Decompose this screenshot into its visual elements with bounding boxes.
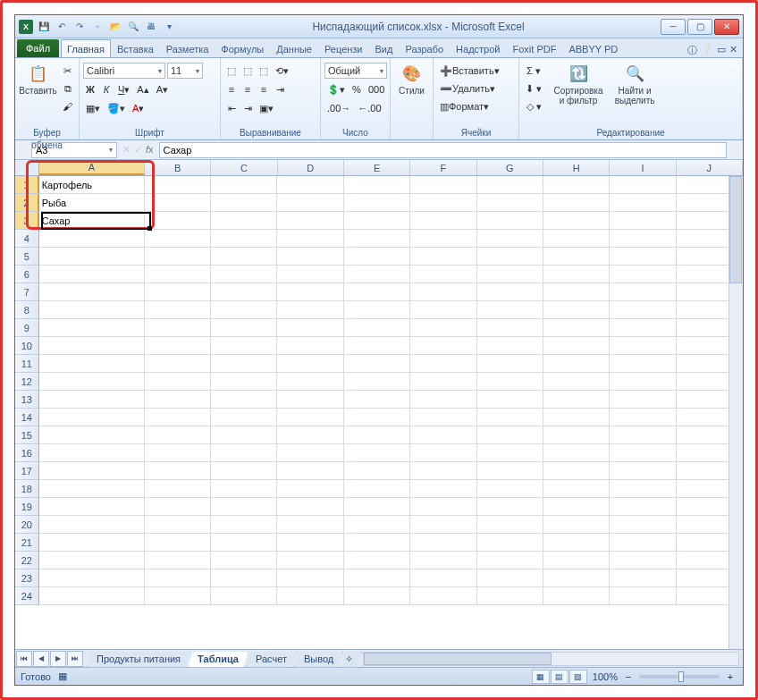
cell[interactable] xyxy=(145,480,211,498)
number-format-combo[interactable]: Общий▾ xyxy=(324,63,387,79)
cell[interactable] xyxy=(610,212,676,230)
cell[interactable] xyxy=(39,426,145,444)
cell[interactable] xyxy=(477,409,543,426)
cell[interactable] xyxy=(610,283,676,301)
fill-icon[interactable]: ⬇ ▾ xyxy=(523,80,544,97)
cell[interactable] xyxy=(145,176,211,194)
cell[interactable]: Рыба xyxy=(39,194,145,212)
cell[interactable] xyxy=(211,283,277,301)
cell[interactable] xyxy=(211,176,277,194)
paste-button[interactable]: 📋 Вставить xyxy=(19,60,57,96)
row-header[interactable]: 3 xyxy=(15,212,39,230)
cell[interactable] xyxy=(277,444,343,462)
maximize-button[interactable]: ▢ xyxy=(687,19,712,35)
percent-icon[interactable]: % xyxy=(350,81,364,97)
row-header[interactable]: 21 xyxy=(15,534,39,552)
cell[interactable] xyxy=(543,569,610,587)
cell[interactable] xyxy=(39,355,145,373)
cell[interactable] xyxy=(610,409,676,426)
minimize-ribbon-icon[interactable]: ⓘ xyxy=(687,44,697,57)
cell[interactable] xyxy=(211,266,277,283)
cell[interactable] xyxy=(543,337,610,355)
cell[interactable] xyxy=(211,462,277,480)
col-header-B[interactable]: B xyxy=(145,160,211,175)
zoom-slider[interactable] xyxy=(639,675,720,679)
cell[interactable] xyxy=(344,266,410,283)
styles-button[interactable]: 🎨 Стили xyxy=(394,60,429,96)
cell[interactable] xyxy=(410,373,476,391)
cell[interactable] xyxy=(543,516,610,534)
cell[interactable] xyxy=(344,444,410,462)
col-header-G[interactable]: G xyxy=(477,160,543,175)
cell[interactable] xyxy=(410,248,476,266)
font-color-button[interactable]: A▾ xyxy=(130,100,147,116)
col-header-A[interactable]: A xyxy=(39,160,145,175)
cell[interactable] xyxy=(477,373,543,391)
cell[interactable] xyxy=(477,426,543,444)
cell[interactable] xyxy=(543,355,610,373)
cell[interactable] xyxy=(211,230,277,248)
cell[interactable]: Сахар xyxy=(39,212,145,230)
row-header[interactable]: 7 xyxy=(15,283,39,301)
cell[interactable] xyxy=(211,534,277,552)
zoom-out-icon[interactable]: − xyxy=(621,669,636,685)
quick-print-icon[interactable]: 🖶 xyxy=(144,20,158,34)
decrease-decimal-icon[interactable]: ←.00 xyxy=(355,100,383,116)
cell[interactable] xyxy=(410,212,476,230)
sheet-nav-prev-icon[interactable]: ◀ xyxy=(33,651,49,667)
cell[interactable] xyxy=(211,301,277,319)
row-header[interactable]: 2 xyxy=(15,194,39,212)
row-header[interactable]: 12 xyxy=(15,373,39,391)
cell[interactable] xyxy=(344,212,410,230)
help-icon[interactable]: ❔ xyxy=(701,44,713,57)
cell[interactable] xyxy=(39,283,145,301)
mdi-min-icon[interactable]: ▭ xyxy=(717,44,726,57)
row-header[interactable]: 15 xyxy=(15,426,39,444)
cell[interactable] xyxy=(39,444,145,462)
cell[interactable] xyxy=(277,426,343,444)
new-icon[interactable]: ▫ xyxy=(90,20,105,34)
cell[interactable] xyxy=(145,444,211,462)
page-break-view-icon[interactable]: ▧ xyxy=(569,670,587,684)
cell[interactable] xyxy=(477,337,543,355)
col-header-H[interactable]: H xyxy=(543,160,610,175)
cell[interactable] xyxy=(145,301,211,319)
cell[interactable] xyxy=(543,230,610,248)
row-header[interactable]: 18 xyxy=(15,480,39,498)
cell[interactable] xyxy=(477,498,543,516)
tab-home[interactable]: Главная xyxy=(61,39,111,57)
format-painter-icon[interactable]: 🖌 xyxy=(60,98,75,114)
cell[interactable] xyxy=(543,409,610,426)
file-tab[interactable]: Файл xyxy=(17,39,59,57)
cell[interactable] xyxy=(39,462,145,480)
row-header[interactable]: 11 xyxy=(15,355,39,373)
worksheet-grid[interactable]: A B C D E F G H I J 1Картофель2Рыба3Саха… xyxy=(15,160,743,649)
cell[interactable] xyxy=(211,248,277,266)
cell[interactable] xyxy=(543,301,610,319)
sheet-nav-next-icon[interactable]: ▶ xyxy=(50,651,66,667)
cell[interactable] xyxy=(344,409,410,426)
row-header[interactable]: 24 xyxy=(15,587,39,605)
cell[interactable] xyxy=(543,212,610,230)
cell[interactable] xyxy=(610,248,676,266)
cell[interactable] xyxy=(610,444,676,462)
cell[interactable] xyxy=(344,230,410,248)
cell[interactable] xyxy=(145,552,211,569)
zoom-level[interactable]: 100% xyxy=(593,671,618,682)
cell[interactable] xyxy=(410,194,476,212)
cell[interactable] xyxy=(543,248,610,266)
cell[interactable] xyxy=(211,337,277,355)
cell[interactable] xyxy=(39,266,145,283)
shrink-font-icon[interactable]: A▾ xyxy=(154,81,171,97)
align-left-icon[interactable]: ≡ xyxy=(224,81,239,97)
cell[interactable] xyxy=(543,319,610,337)
cell[interactable] xyxy=(145,337,211,355)
tab-formulas[interactable]: Формулы xyxy=(215,39,270,57)
copy-icon[interactable]: ⧉ xyxy=(60,80,75,97)
row-header[interactable]: 19 xyxy=(15,498,39,516)
cell[interactable] xyxy=(610,230,676,248)
cell[interactable] xyxy=(477,301,543,319)
cell[interactable] xyxy=(145,462,211,480)
col-header-F[interactable]: F xyxy=(410,160,476,175)
cell[interactable] xyxy=(410,534,476,552)
